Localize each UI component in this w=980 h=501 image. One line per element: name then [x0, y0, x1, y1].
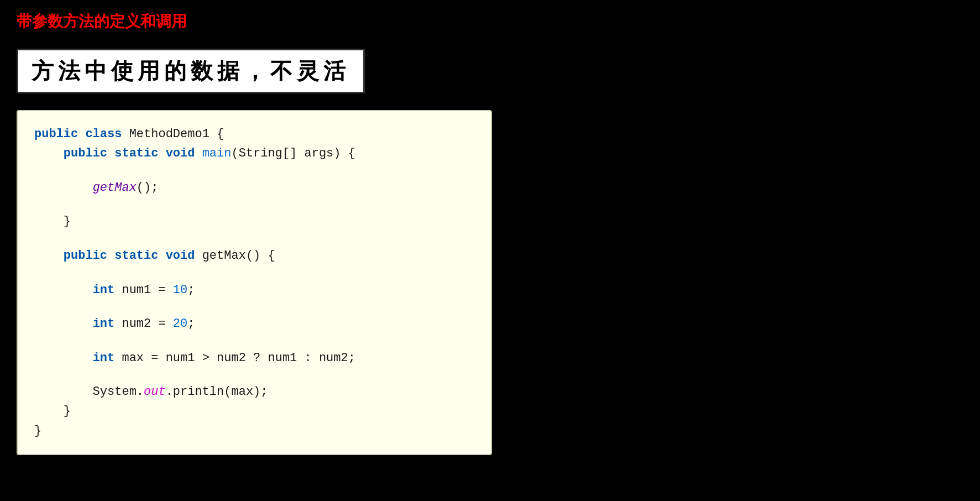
getmax-call: getMax [93, 181, 137, 195]
code-line-num2: int num2 = 20; [34, 314, 474, 333]
out-keyword: out [144, 385, 166, 399]
val-10: 10 [173, 283, 187, 297]
code-line-main-close: } [34, 212, 474, 231]
page-container: 带参数方法的定义和调用 方法中使用的数据，不灵活 public class Me… [0, 0, 980, 501]
kw-static-2: static [114, 249, 158, 263]
code-line-getmax-decl: public static void getMax() { [34, 246, 474, 265]
empty-7 [34, 368, 474, 382]
code-line-println: System.out.println(max); [34, 382, 474, 401]
kw-int-1: int [93, 283, 115, 297]
code-block: public class MethodDemo1 { public static… [17, 110, 492, 455]
val-20: 20 [173, 317, 187, 331]
kw-class: class [85, 127, 122, 141]
kw-public-2: public [64, 147, 107, 160]
kw-static-1: static [114, 147, 158, 160]
code-line-getmax-call: getMax(); [34, 178, 474, 197]
code-line-num1: int num1 = 10; [34, 280, 474, 300]
subtitle-box: 方法中使用的数据，不灵活 [17, 49, 365, 93]
empty-2 [34, 197, 474, 212]
empty-1 [34, 163, 474, 178]
kw-public-1: public [34, 127, 78, 141]
code-line-max: int max = num1 > num2 ? num1 : num2; [34, 348, 474, 368]
kw-void-1: void [166, 147, 195, 160]
code-line-class-close: } [34, 421, 474, 441]
kw-int-3: int [93, 351, 115, 365]
empty-5 [34, 300, 474, 314]
subtitle-text: 方法中使用的数据，不灵活 [32, 59, 350, 84]
page-title: 带参数方法的定义和调用 [17, 11, 963, 32]
kw-int-2: int [93, 317, 115, 331]
kw-public-3: public [64, 249, 107, 263]
empty-6 [34, 333, 474, 348]
code-line-main: public static void main(String[] args) { [34, 144, 474, 163]
code-line-getmax-close: } [34, 401, 474, 421]
empty-3 [34, 232, 474, 246]
kw-void-2: void [166, 249, 195, 263]
code-line-class: public class MethodDemo1 { [34, 124, 474, 144]
empty-4 [34, 265, 474, 280]
fn-main: main [202, 147, 232, 160]
